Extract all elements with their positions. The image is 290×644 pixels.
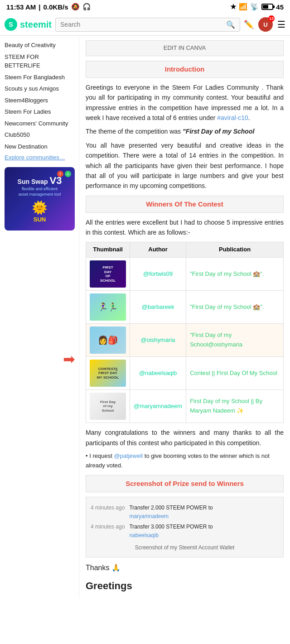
avatar[interactable]: U 13 <box>258 17 273 32</box>
sidebar-item-betterlife[interactable]: STEEM FOR BETTERLIFE <box>5 51 74 72</box>
winners-intro: All the entries were excellent but I had… <box>86 217 284 238</box>
sidebar-item-steem4bloggers[interactable]: Steem4Bloggers <box>5 95 74 106</box>
publication-1[interactable]: "First Day of my School 🏫". <box>186 258 284 291</box>
status-time: 11:53 AM <box>6 3 36 11</box>
prize-text-2: Transfer 3.000 STEEM POWER to nabeelsaqi… <box>129 523 213 540</box>
logo[interactable]: S steemit <box>5 18 52 31</box>
table-row: CONTEST||FIRST DAYMY SCHOOL @nabeelsaqib… <box>86 357 284 390</box>
table-row: 🏃‍♀️🏃‍♂️ @barbareek "First Day of my Sch… <box>86 291 284 324</box>
publication-2[interactable]: "First Day of my School 🏫". <box>186 291 284 324</box>
publication-5[interactable]: First Day of my School || By Maryam Nade… <box>186 390 284 423</box>
col-thumbnail: Thumbnail <box>86 242 130 258</box>
ad-coin2: S <box>65 171 71 177</box>
wifi-icon: 📡 <box>250 3 259 11</box>
sidebar-item-beauty[interactable]: Beauty of Creativity <box>5 39 74 51</box>
sidebar-item-steemladies[interactable]: Steem For Ladies <box>5 106 74 118</box>
winners-table: Thumbnail Author Publication FIRSTDAYOFS… <box>86 242 284 423</box>
theme-paragraph: The theme of the competition was "First … <box>86 126 284 136</box>
notification-badge: 13 <box>268 15 275 22</box>
bluetooth-icon: ★ <box>230 3 236 11</box>
col-publication: Publication <box>186 242 284 258</box>
author-5[interactable]: @maryamnadeem <box>130 390 186 423</box>
col-author: Author <box>130 242 186 258</box>
table-row: FIRSTDAYOFSCHOOL @fortwis09 "First Day o… <box>86 258 284 291</box>
prize-time-1: 4 minutes ago <box>91 504 125 512</box>
patjewell-link[interactable]: @patjewell <box>114 452 143 459</box>
prize-row-1: 4 minutes ago Transfer 2.000 STEEM POWER… <box>91 504 279 521</box>
status-data: | <box>39 3 40 11</box>
signal-icon: 📶 <box>239 3 247 11</box>
sidebar-item-scouts[interactable]: Scouts y sus Amigos <box>5 83 74 95</box>
publication-3[interactable]: "First Day of my School@oishymaria <box>186 324 284 357</box>
main-layout: Beauty of Creativity STEEM FOR BETTERLIF… <box>0 36 290 598</box>
prize-link-1[interactable]: maryamnadeem <box>129 513 169 519</box>
content-area: EDIT IN CANVA Introduction Greetings to … <box>79 36 290 598</box>
search-bar[interactable]: 🔍 <box>55 18 240 32</box>
author-2[interactable]: @barbareek <box>130 291 186 324</box>
thumbnail-5: First Dayof mySchool <box>90 393 126 420</box>
logo-icon: S <box>5 18 17 31</box>
edit-icon[interactable]: ✏️ <box>244 19 254 29</box>
thanks-text: Thanks 🙏 <box>86 562 284 574</box>
prize-time-2: 4 minutes ago <box>91 523 125 531</box>
sidebar-ad[interactable]: Sun Swap V3 flexible and efficientasset … <box>5 167 75 231</box>
sidebar-item-bangladesh[interactable]: Steem For Bangladesh <box>5 72 74 83</box>
search-icon[interactable]: 🔍 <box>226 20 235 29</box>
status-headphone-icon: 🎧 <box>82 3 91 11</box>
edit-canva-bar[interactable]: EDIT IN CANVA <box>86 40 284 56</box>
introduction-header: Introduction <box>86 61 284 78</box>
logo-text: steemit <box>20 19 52 30</box>
header-icons: ✏️ U 13 ☰ <box>244 17 285 32</box>
intro-paragraph: Greetings to everyone in the Steem For L… <box>86 82 284 123</box>
search-input[interactable] <box>60 21 226 28</box>
status-network: 0.0KB/s <box>44 3 68 11</box>
greetings-heading: Greetings <box>86 578 284 594</box>
prize-row-2: 4 minutes ago Transfer 3.000 STEEM POWER… <box>91 523 279 540</box>
status-bar: 11:53 AM | 0.0KB/s 🔕 🎧 ★ 📶 📡 45 <box>0 0 290 14</box>
publication-4[interactable]: Contest || First Day Of My School <box>186 357 284 390</box>
battery-level: 45 <box>276 3 284 11</box>
author-3[interactable]: @oishymaria <box>130 324 186 357</box>
sidebar-item-club5050[interactable]: Club5050 <box>5 129 74 141</box>
ad-sun-emoji: 🌞 <box>32 200 48 215</box>
ad-coin1: T <box>57 171 63 177</box>
author-1[interactable]: @fortwis09 <box>130 258 186 291</box>
author-4[interactable]: @nabeelsaqib <box>130 357 186 390</box>
ad-title: Sun Swap <box>18 178 48 185</box>
thumbnail-2: 🏃‍♀️🏃‍♂️ <box>90 293 126 321</box>
prize-section: 4 minutes ago Transfer 2.000 STEEM POWER… <box>86 497 284 557</box>
table-row: First Dayof mySchool @maryamnadeem First… <box>86 390 284 423</box>
prize-header: Screenshot of Prize send to Winners <box>86 475 284 492</box>
explore-communities-link[interactable]: Explore communities… <box>5 152 74 163</box>
red-arrow-indicator: ➡ <box>63 348 75 371</box>
congrats-paragraph: Many congratulations to the winners and … <box>86 428 284 448</box>
table-row: 👩‍🎒 @oishymaria "First Day of my School@… <box>86 324 284 357</box>
hashtag-link[interactable]: #aviral-c10 <box>217 114 248 121</box>
battery-icon <box>261 4 273 10</box>
booming-request: • I request @patjewell to give booming v… <box>86 452 284 471</box>
thumbnail-3: 👩‍🎒 <box>90 327 126 354</box>
thumbnail-4: CONTEST||FIRST DAYMY SCHOOL <box>90 360 126 387</box>
participation-paragraph: You all have presented very beautiful an… <box>86 140 284 191</box>
status-mute-icon: 🔕 <box>71 3 80 11</box>
ad-subtitle: flexible and efficientasset management t… <box>19 187 61 197</box>
prize-caption: Screenshot of my Steemit Account Wallet <box>91 543 279 552</box>
thumbnail-1: FIRSTDAYOFSCHOOL <box>90 260 126 288</box>
sidebar-item-newdestination[interactable]: New Destination <box>5 141 74 153</box>
menu-icon[interactable]: ☰ <box>277 19 285 30</box>
header: S steemit 🔍 ✏️ U 13 ☰ <box>0 14 290 36</box>
prize-link-2[interactable]: nabeelsaqib <box>129 532 159 538</box>
ad-sun-label: SUN <box>34 216 46 223</box>
winners-header: Winners Of The Contest <box>86 196 284 213</box>
sidebar: Beauty of Creativity STEEM FOR BETTERLIF… <box>0 36 79 598</box>
prize-text-1: Transfer 2.000 STEEM POWER to maryamnade… <box>129 504 213 521</box>
sidebar-item-newcomers[interactable]: Newcomers' Community <box>5 118 74 130</box>
